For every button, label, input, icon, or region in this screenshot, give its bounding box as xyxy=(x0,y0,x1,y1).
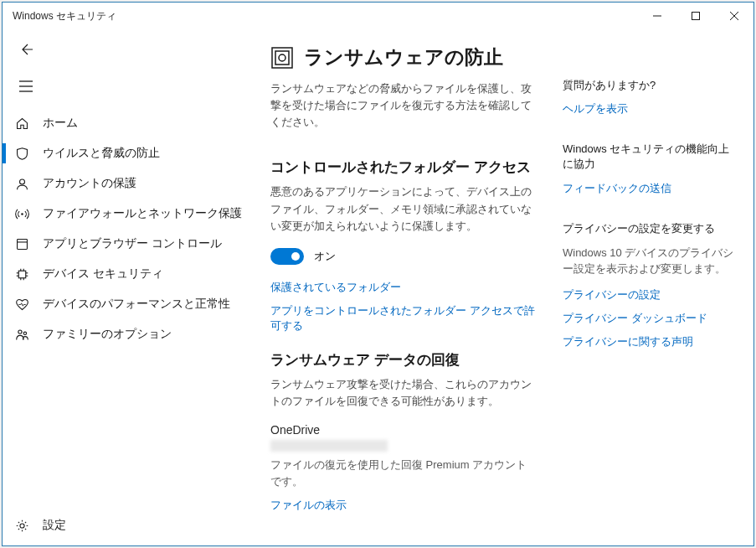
svg-rect-11 xyxy=(18,271,26,278)
back-button[interactable] xyxy=(9,34,43,65)
privacy-dashboard-link[interactable]: プライバシー ダッシュボード xyxy=(563,311,737,326)
chip-icon xyxy=(14,266,29,282)
nav-label: アカウントの保護 xyxy=(43,176,136,191)
titlebar-controls xyxy=(638,3,753,29)
app-icon xyxy=(14,236,29,251)
cfa-toggle[interactable] xyxy=(270,248,304,265)
recovery-title: ランサムウェア データの回復 xyxy=(270,350,536,370)
recovery-description: ランサムウェア攻撃を受けた場合、これらのアカウントのファイルを回復できる可能性が… xyxy=(270,376,536,410)
sidebar-item-family[interactable]: ファミリーのオプション xyxy=(3,319,254,349)
nav-label: ファイアウォールとネットワーク保護 xyxy=(43,206,242,221)
nav-label: デバイス セキュリティ xyxy=(43,266,163,282)
main-content: ランサムウェアの防止 ランサムウェアなどの脅威からファイルを保護し、攻撃を受けた… xyxy=(270,44,536,529)
nav-label: ホーム xyxy=(43,116,78,131)
help-link[interactable]: ヘルプを表示 xyxy=(563,101,737,116)
onedrive-label: OneDrive xyxy=(270,423,536,437)
titlebar: Windows セキュリティ xyxy=(3,3,753,29)
privacy-settings-link[interactable]: プライバシーの設定 xyxy=(563,287,737,302)
onedrive-account-redacted xyxy=(270,440,388,452)
nav-list: ホーム ウイルスと脅威の防止 アカウントの保護 xyxy=(3,108,254,545)
help-title: 質問がありますか? xyxy=(563,78,737,93)
heart-icon xyxy=(14,297,29,312)
sidebar-item-device-security[interactable]: デバイス セキュリティ xyxy=(3,259,254,289)
feedback-link[interactable]: フィードバックの送信 xyxy=(563,181,737,196)
person-icon xyxy=(14,176,29,191)
nav-label: ウイルスと脅威の防止 xyxy=(43,146,160,161)
family-icon xyxy=(14,327,29,342)
minimize-button[interactable] xyxy=(638,3,676,29)
help-block: 質問がありますか? ヘルプを表示 xyxy=(563,78,737,116)
sidebar-item-device-health[interactable]: デバイスのパフォーマンスと正常性 xyxy=(3,289,254,319)
privacy-statement-link[interactable]: プライバシーに関する声明 xyxy=(563,334,737,349)
view-files-link[interactable]: ファイルの表示 xyxy=(270,498,536,513)
svg-rect-1 xyxy=(692,13,700,20)
cfa-toggle-row: オン xyxy=(270,248,536,265)
gear-icon xyxy=(14,518,29,533)
shield-icon xyxy=(14,146,29,161)
nav-label: アプリとブラウザー コントロール xyxy=(43,236,222,251)
sidebar-item-app-browser[interactable]: アプリとブラウザー コントロール xyxy=(3,229,254,259)
antenna-icon xyxy=(14,206,29,221)
nav-label: デバイスのパフォーマンスと正常性 xyxy=(43,297,230,312)
cfa-description: 悪意のあるアプリケーションによって、デバイス上のファイル、フォルダー、メモリ領域… xyxy=(270,184,536,234)
privacy-description: Windows 10 デバイスのプライバシー設定を表示および変更します。 xyxy=(563,245,737,277)
svg-point-20 xyxy=(18,329,21,333)
svg-point-7 xyxy=(19,178,24,184)
nav-label: 設定 xyxy=(43,518,66,533)
hamburger-button[interactable] xyxy=(9,71,43,101)
svg-point-22 xyxy=(19,523,23,527)
content: ホーム ウイルスと脅威の防止 アカウントの保護 xyxy=(3,29,753,545)
close-button[interactable] xyxy=(715,3,753,29)
privacy-title: プライバシーの設定を変更する xyxy=(563,221,737,236)
feedback-block: Windows セキュリティの機能向上に協力 フィードバックの送信 xyxy=(563,142,737,195)
cfa-title: コントロールされたフォルダー アクセス xyxy=(270,158,536,177)
sidebar-item-firewall[interactable]: ファイアウォールとネットワーク保護 xyxy=(3,199,254,229)
main: ランサムウェアの防止 ランサムウェアなどの脅威からファイルを保護し、攻撃を受けた… xyxy=(254,29,753,545)
page-description: ランサムウェアなどの脅威からファイルを保護し、攻撃を受けた場合にファイルを復元す… xyxy=(270,80,536,131)
protected-folders-link[interactable]: 保護されているフォルダー xyxy=(270,280,536,295)
privacy-block: プライバシーの設定を変更する Windows 10 デバイスのプライバシー設定を… xyxy=(563,221,737,349)
svg-rect-9 xyxy=(17,239,27,249)
ransomware-icon xyxy=(270,46,294,70)
recovery-section: ランサムウェア データの回復 ランサムウェア攻撃を受けた場合、これらのアカウント… xyxy=(270,350,536,513)
cfa-toggle-label: オン xyxy=(314,249,336,264)
sidebar: ホーム ウイルスと脅威の防止 アカウントの保護 xyxy=(3,29,254,545)
svg-point-21 xyxy=(23,332,26,334)
home-icon xyxy=(14,116,29,131)
sidebar-item-settings[interactable]: 設定 xyxy=(3,510,254,540)
page-title: ランサムウェアの防止 xyxy=(304,44,503,70)
page-header: ランサムウェアの防止 xyxy=(270,44,536,70)
window: Windows セキュリティ xyxy=(2,2,754,546)
allow-app-link[interactable]: アプリをコントロールされたフォルダー アクセスで許可する xyxy=(270,303,536,333)
sidebar-item-account[interactable]: アカウントの保護 xyxy=(3,168,254,199)
sidebar-item-virus[interactable]: ウイルスと脅威の防止 xyxy=(3,138,254,168)
svg-rect-24 xyxy=(275,51,289,65)
onedrive-description: ファイルの復元を使用した回復 Premium アカウントです。 xyxy=(270,457,536,489)
sidebar-item-home[interactable]: ホーム xyxy=(3,108,254,138)
maximize-button[interactable] xyxy=(676,3,715,29)
window-title: Windows セキュリティ xyxy=(13,9,116,23)
nav-label: ファミリーのオプション xyxy=(43,327,172,342)
aside: 質問がありますか? ヘルプを表示 Windows セキュリティの機能向上に協力 … xyxy=(563,44,737,529)
svg-point-25 xyxy=(279,54,285,61)
feedback-title: Windows セキュリティの機能向上に協力 xyxy=(563,142,737,172)
svg-point-8 xyxy=(21,213,23,215)
